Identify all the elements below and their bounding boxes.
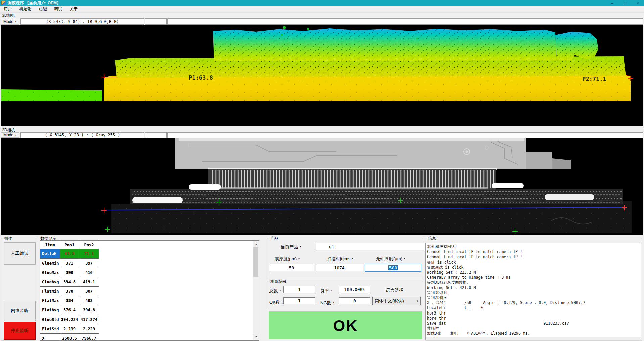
allowed-thickness-label: 允许厚度(μm)： bbox=[376, 256, 407, 262]
log-line: 等到2D拼图 bbox=[427, 295, 641, 300]
table-row[interactable]: GlueStd394.234417.274 bbox=[40, 315, 99, 324]
camera3d-view[interactable]: P1:63.8 P2:71.1 bbox=[1, 25, 643, 126]
log-line: 加载3张 相机 行AOI检查, Elapsed 19296 ms. bbox=[427, 331, 641, 336]
table-row[interactable]: GlueMax390416 bbox=[40, 268, 99, 277]
log-line: 共耗时 bbox=[427, 326, 641, 331]
log-bottom-strip bbox=[426, 337, 641, 340]
scroll-down-icon[interactable]: ▼ bbox=[253, 334, 259, 340]
data-table-container: ItemPos1Pos2 DeltaH63.871.1GlueMin371397… bbox=[40, 240, 259, 341]
table-row[interactable]: GlueMin371397 bbox=[40, 259, 99, 268]
cell-pos2: 394.8 bbox=[79, 305, 99, 315]
camera2d-view[interactable] bbox=[1, 138, 643, 235]
yield-label: 良率： bbox=[320, 288, 333, 294]
table-row[interactable]: GlueAvg394.8419.1 bbox=[40, 277, 99, 287]
camera2d-pixel-readout: ( X 3145, Y 28 ) : ( Gray 255 ) bbox=[20, 132, 144, 138]
camera3d-status-panel bbox=[145, 18, 167, 25]
stop-listen-button[interactable]: 停止监听 bbox=[4, 322, 36, 340]
scrollbar-thumb[interactable] bbox=[253, 247, 258, 277]
table-row[interactable]: X2583.57966.7 bbox=[40, 334, 99, 341]
table-row[interactable]: FlatAvg376.4394.8 bbox=[40, 305, 99, 315]
scroll-up-icon[interactable]: ▲ bbox=[253, 241, 259, 247]
cell-pos2: 416 bbox=[79, 268, 99, 277]
log-line: 集成调试 is click bbox=[427, 265, 641, 270]
menu-bar: 用户初始化功能调试关于 bbox=[0, 6, 644, 13]
product-group: 产品 当前产品： g1 膜厚度(μm)： 扫描时间ms： 允许厚度(μm)： 5… bbox=[267, 238, 423, 279]
current-product-label: 当前产品： bbox=[281, 244, 303, 250]
chevron-down-icon: ▼ bbox=[15, 20, 17, 23]
mode-label: Mode bbox=[3, 133, 13, 137]
yield-input[interactable]: 100.000% bbox=[339, 286, 370, 293]
menu-item[interactable]: 关于 bbox=[66, 6, 81, 12]
info-group-label: 信息 bbox=[427, 236, 437, 241]
cell-pos1: 370 bbox=[60, 287, 79, 296]
table-row[interactable]: FlatMax384403 bbox=[40, 296, 99, 305]
language-select-label: 语言选择 bbox=[386, 287, 403, 293]
app-window: 测膜程序 【当前用户: OEM】 – □ × 用户初始化功能调试关于 3D相机 … bbox=[0, 0, 644, 341]
film-thickness-input[interactable]: 50 bbox=[269, 264, 314, 271]
cell-item: GlueMin bbox=[40, 259, 60, 268]
result-panel: OK bbox=[269, 311, 422, 339]
menu-item[interactable]: 初始化 bbox=[15, 6, 35, 12]
camera3d-mode-button[interactable]: Mode ▼ bbox=[1, 19, 19, 25]
cell-pos1: 394.234 bbox=[60, 315, 79, 324]
log-line: X : 3744 /58 Angle : -0.279, Score : 0.0… bbox=[427, 300, 641, 305]
chevron-down-icon: ▼ bbox=[15, 134, 17, 136]
data-table: ItemPos1Pos2 DeltaH63.871.1GlueMin371397… bbox=[40, 241, 99, 341]
cell-item: FlatMax bbox=[40, 296, 60, 305]
network-listen-button[interactable]: 网络监听 bbox=[4, 301, 36, 321]
cell-pos1: 394.8 bbox=[60, 277, 79, 287]
menu-item[interactable]: 功能 bbox=[35, 6, 50, 12]
log-line: LocateLi t : 0 bbox=[427, 305, 641, 310]
cell-pos1: 371 bbox=[60, 259, 79, 268]
camera2d-status-panel bbox=[145, 132, 167, 138]
total-input[interactable]: 1 bbox=[283, 286, 315, 293]
camera2d-mode-button[interactable]: Mode ▼ bbox=[1, 132, 19, 138]
scan-time-input[interactable]: 1074 bbox=[316, 264, 363, 271]
log-line: 等到3D取到 bbox=[427, 290, 641, 295]
allowed-thickness-input[interactable]: 500 bbox=[365, 264, 421, 272]
ok-count-input[interactable]: 1 bbox=[283, 297, 315, 304]
log-line: 3D相机没有网络! bbox=[427, 244, 641, 249]
log-line: hpr4 thr bbox=[427, 316, 641, 321]
ng-count-label: NG数： bbox=[320, 300, 336, 306]
menu-item[interactable]: 用户 bbox=[0, 6, 15, 12]
measurement-group-label: 测量结果 bbox=[269, 279, 287, 284]
cell-pos2: 2.229 bbox=[79, 324, 99, 334]
camera3d-pixel-readout: (X 5473, Y 84) : (R 0,G 0,B 0) bbox=[20, 18, 144, 25]
info-log[interactable]: 3D相机没有网络!Cannot find local IP to match c… bbox=[425, 243, 641, 340]
cell-pos2: 397 bbox=[79, 259, 99, 268]
column-header[interactable]: Pos1 bbox=[60, 241, 79, 249]
language-dropdown-value: 简体中文(默认) bbox=[373, 298, 414, 304]
camera3d-toolbar: Mode ▼ (X 5473, Y 84) : (R 0,G 0,B 0) bbox=[0, 18, 644, 25]
table-row[interactable]: DeltaH63.871.1 bbox=[40, 249, 99, 259]
column-header[interactable]: Pos2 bbox=[79, 241, 99, 249]
camera3d-label: 3D相机 bbox=[2, 13, 15, 18]
cell-item: FlatStd bbox=[40, 324, 60, 334]
chevron-down-icon: ▼ bbox=[414, 300, 420, 303]
ng-count-input[interactable]: 0 bbox=[339, 297, 370, 304]
language-dropdown[interactable]: 简体中文(默认) ▼ bbox=[372, 297, 421, 305]
cell-pos1: 376.4 bbox=[60, 305, 79, 315]
column-header[interactable]: Item bbox=[40, 241, 60, 249]
title-bar: 测膜程序 【当前用户: OEM】 – □ × bbox=[0, 0, 644, 6]
cell-item: GlueMax bbox=[40, 268, 60, 277]
cell-pos2: 403 bbox=[79, 296, 99, 305]
camera2d-toolbar: Mode ▼ ( X 3145, Y 28 ) : ( Gray 255 ) bbox=[0, 132, 644, 138]
cell-item: DeltaH bbox=[40, 249, 60, 259]
maximize-icon[interactable]: □ bbox=[618, 0, 631, 6]
minimize-icon[interactable]: – bbox=[606, 0, 618, 6]
ok-count-label: OK数： bbox=[269, 299, 284, 305]
table-row[interactable]: FlatStd2.1392.229 bbox=[40, 324, 99, 334]
cell-pos1: 2583.5 bbox=[60, 334, 79, 341]
result-status-text: OK bbox=[333, 317, 358, 335]
manual-confirm-button[interactable]: 人工确认 bbox=[4, 242, 36, 265]
close-icon[interactable]: × bbox=[631, 0, 644, 6]
camera2d-status-panel2 bbox=[167, 132, 643, 138]
heightmap-image: P1:63.8 P2:71.1 bbox=[1, 25, 643, 126]
menu-item[interactable]: 调试 bbox=[50, 6, 66, 12]
current-product-input[interactable]: g1 bbox=[316, 243, 433, 250]
table-scrollbar[interactable]: ▲ ▼ bbox=[253, 241, 259, 340]
cell-item: GlueStd bbox=[40, 315, 60, 324]
table-row[interactable]: FlatMin370387 bbox=[40, 287, 99, 296]
log-line: Save dat 9110233.csv bbox=[427, 321, 641, 326]
